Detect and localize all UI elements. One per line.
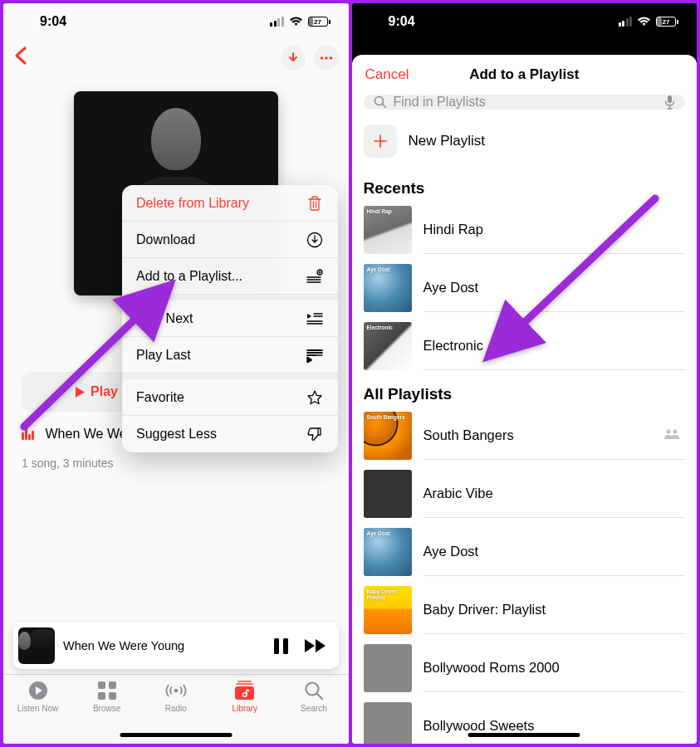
svg-rect-9 <box>109 681 116 689</box>
star-icon <box>306 388 324 407</box>
shared-icon <box>663 428 680 443</box>
more-button[interactable] <box>314 46 339 71</box>
playlist-row[interactable]: South BangersSouth Bangers <box>352 407 698 465</box>
now-playing-art <box>18 627 55 664</box>
play-icon <box>75 386 86 398</box>
playlist-name: Aye Dost <box>423 544 479 559</box>
playlist-row[interactable]: Aye DostAye Dost <box>352 523 698 581</box>
dictation-icon[interactable] <box>664 95 675 110</box>
all-playlists-header: All Playlists <box>352 375 698 407</box>
playing-bars-icon <box>22 428 34 440</box>
context-menu: Delete from Library Download Add to a Pl… <box>122 185 338 452</box>
playlist-art: Aye Dost <box>364 528 412 576</box>
tab-listen-now[interactable]: Listen Now <box>3 680 72 744</box>
status-indicators: 27 <box>619 17 679 27</box>
play-button-label: Play <box>91 384 118 399</box>
trash-icon <box>306 194 324 212</box>
menu-favorite-label: Favorite <box>136 390 184 405</box>
download-button[interactable] <box>281 46 306 71</box>
cancel-button[interactable]: Cancel <box>365 66 409 83</box>
thumbs-down-icon <box>306 425 324 443</box>
playlist-row[interactable]: Hindi RapHindi Rap <box>352 201 698 259</box>
playlist-art: South Bangers <box>364 412 412 460</box>
skip-forward-button[interactable] <box>304 638 327 653</box>
home-indicator <box>120 733 232 737</box>
playlist-name: Arabic Vibe <box>423 486 493 501</box>
menu-delete-label: Delete from Library <box>136 196 249 211</box>
playlist-art: Aye Dost <box>364 264 412 312</box>
menu-download-label: Download <box>136 232 195 247</box>
svg-rect-8 <box>98 681 105 689</box>
menu-delete[interactable]: Delete from Library <box>122 185 338 222</box>
tab-search[interactable]: Search <box>279 680 348 744</box>
phone-left: 9:04 27 Delete from Library Dow <box>3 3 349 744</box>
cellular-icon <box>270 17 284 27</box>
playlist-name: Electronic <box>423 338 483 354</box>
phone-right: 9:04 27 Cancel Add to a Playlist New Pla… <box>352 3 698 744</box>
menu-play-last-label: Play Last <box>136 348 191 363</box>
svg-rect-6 <box>283 638 288 654</box>
battery-icon: 27 <box>656 17 678 27</box>
battery-icon: 27 <box>308 17 330 27</box>
playlist-name: Baby Driver: Playlist <box>423 602 546 618</box>
playlist-art: Hindi Rap <box>364 206 412 254</box>
play-last-icon <box>306 346 324 364</box>
menu-play-last[interactable]: Play Last <box>122 337 338 374</box>
status-time: 9:04 <box>389 14 415 29</box>
wifi-icon <box>637 17 651 27</box>
playlist-art: Baby Driver: Playlist <box>364 586 412 634</box>
playlist-art <box>364 470 412 518</box>
back-button[interactable] <box>13 45 27 71</box>
now-playing-title: When We Were Young <box>63 639 265 652</box>
playlist-row[interactable]: Aye DostAye Dost <box>352 259 698 317</box>
search-icon <box>374 95 387 109</box>
svg-point-2 <box>329 56 332 60</box>
svg-point-18 <box>673 429 678 433</box>
playlist-row[interactable]: Bollywood Roms 2000 <box>352 639 698 697</box>
pause-button[interactable] <box>273 637 289 655</box>
add-playlist-icon <box>306 267 324 286</box>
download-circle-icon <box>306 231 324 249</box>
menu-favorite[interactable]: Favorite <box>122 379 338 416</box>
nav-bar <box>3 40 349 76</box>
svg-point-1 <box>325 56 328 60</box>
cellular-icon <box>619 17 633 27</box>
status-bar: 9:04 27 <box>3 3 349 40</box>
status-indicators: 27 <box>270 17 330 27</box>
status-bar: 9:04 27 <box>352 3 698 40</box>
playlist-row[interactable]: Arabic Vibe <box>352 465 698 523</box>
playlist-name: Bollywood Roms 2000 <box>423 660 560 676</box>
playlist-row[interactable]: ElectronicElectronic <box>352 317 698 375</box>
status-time: 9:04 <box>40 14 66 29</box>
menu-add-playlist[interactable]: Add to a Playlist... <box>122 258 338 295</box>
svg-rect-16 <box>668 95 672 103</box>
playlist-row[interactable]: Baby Driver: PlaylistBaby Driver: Playli… <box>352 581 698 639</box>
radio-icon <box>165 680 187 701</box>
search-input[interactable] <box>394 95 658 110</box>
wifi-icon <box>289 17 303 27</box>
now-playing-bar[interactable]: When We Were Young <box>13 622 339 669</box>
svg-point-12 <box>174 689 178 693</box>
playlist-name: Aye Dost <box>423 280 479 295</box>
playlist-sheet: Cancel Add to a Playlist New Playlist Re… <box>352 55 698 744</box>
recents-header: Recents <box>352 169 698 201</box>
library-icon <box>234 680 256 701</box>
new-playlist-label: New Playlist <box>409 133 486 149</box>
search-field[interactable] <box>364 95 686 110</box>
svg-point-17 <box>667 429 671 433</box>
menu-play-next-label: Play Next <box>136 311 193 326</box>
listen-now-icon <box>27 680 49 701</box>
svg-point-0 <box>320 56 323 60</box>
menu-add-playlist-label: Add to a Playlist... <box>136 269 242 284</box>
new-playlist-row[interactable]: New Playlist <box>352 110 698 169</box>
playlist-name: South Bangers <box>423 427 514 443</box>
playlist-name: Hindi Rap <box>423 222 483 237</box>
svg-rect-5 <box>274 638 279 654</box>
menu-suggest-less[interactable]: Suggest Less <box>122 416 338 452</box>
svg-rect-11 <box>109 692 116 700</box>
playlist-art: Electronic <box>364 322 412 370</box>
menu-download[interactable]: Download <box>122 222 338 258</box>
home-indicator <box>468 733 580 737</box>
playlist-art <box>364 702 412 744</box>
menu-play-next[interactable]: Play Next <box>122 300 338 337</box>
